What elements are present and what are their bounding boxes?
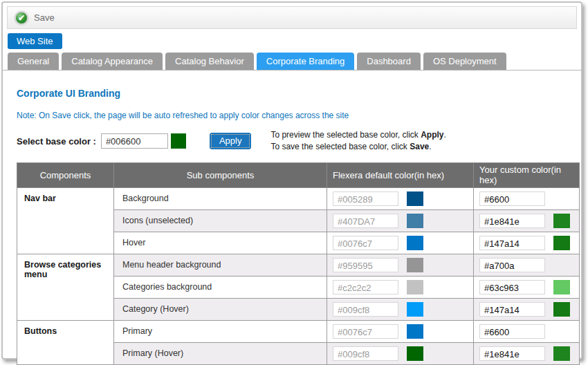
sub-component-cell: Primary (Hover) bbox=[114, 342, 327, 364]
header-components: Components bbox=[17, 162, 114, 187]
custom-color-cell: #63c963 bbox=[474, 276, 580, 298]
base-color-label: Select base color : bbox=[17, 136, 96, 147]
default-color-swatch bbox=[407, 236, 423, 250]
custom-hex-input[interactable]: #63c963 bbox=[479, 280, 545, 294]
default-color-swatch bbox=[407, 280, 423, 294]
header-sub-components: Sub components bbox=[114, 162, 327, 187]
custom-color-cell: #1e841e bbox=[474, 342, 580, 364]
note-text: Note: On Save click, the page will be au… bbox=[17, 111, 571, 120]
custom-hex-input[interactable]: #6600 bbox=[479, 191, 545, 206]
default-hex-input: #009cf8 bbox=[333, 302, 398, 317]
default-color-cell: #c2c2c2 bbox=[327, 276, 474, 298]
instruction-line-1: To preview the selected base color, clic… bbox=[270, 129, 445, 141]
custom-color-cell: #147a14 bbox=[474, 298, 580, 320]
sub-component-cell: Primary bbox=[114, 320, 327, 342]
default-color-cell: #009cf8 bbox=[327, 342, 474, 364]
custom-color-swatch bbox=[553, 346, 570, 361]
app-window: ✔ Save Web Site General Catalog Appearan… bbox=[1, 1, 582, 359]
instruction-line-2: To save the selected base color, click S… bbox=[270, 141, 445, 153]
save-button-label: Save bbox=[34, 12, 55, 23]
custom-color-swatch bbox=[553, 214, 570, 228]
custom-hex-input[interactable]: #6600 bbox=[479, 324, 545, 339]
custom-hex-input[interactable]: #1e841e bbox=[479, 214, 545, 228]
instructions: To preview the selected base color, clic… bbox=[270, 129, 445, 153]
sub-component-cell: Background bbox=[114, 187, 327, 209]
custom-color-cell: #a700a bbox=[474, 254, 580, 276]
base-color-row: Select base color : Apply To preview the… bbox=[17, 129, 571, 153]
default-color-swatch bbox=[407, 302, 423, 317]
sub-component-cell: Icons (unselected) bbox=[114, 209, 327, 232]
tab-dashboard[interactable]: Dashboard bbox=[357, 53, 421, 70]
default-color-cell: #0076c7 bbox=[327, 320, 474, 342]
component-cell: Browse categories menu bbox=[17, 254, 114, 320]
default-color-cell: #005289 bbox=[327, 187, 474, 209]
custom-color-swatch bbox=[553, 236, 570, 250]
custom-color-cell: #6600 bbox=[474, 320, 580, 342]
table-row: ButtonsPrimary#0076c7#6600 bbox=[17, 320, 580, 342]
table-header-row: Components Sub components Flexera defaul… bbox=[17, 162, 580, 187]
base-color-swatch bbox=[171, 133, 186, 149]
default-color-swatch bbox=[407, 258, 423, 272]
custom-hex-input[interactable]: #1e841e bbox=[479, 346, 545, 361]
custom-color-cell: #1e841e bbox=[474, 209, 580, 232]
save-button[interactable]: ✔ Save bbox=[15, 11, 55, 25]
component-cell: Buttons bbox=[17, 320, 114, 364]
tab-catalog-behavior[interactable]: Catalog Behavior bbox=[165, 53, 254, 70]
tab-content: Corporate UI Branding Note: On Save clic… bbox=[3, 71, 581, 365]
toolbar: ✔ Save bbox=[7, 6, 577, 29]
default-hex-input: #009cf8 bbox=[333, 346, 398, 361]
custom-color-swatch bbox=[553, 302, 570, 317]
sub-component-cell: Menu header background bbox=[114, 254, 327, 276]
tab-web-site[interactable]: Web Site bbox=[8, 33, 62, 49]
tab-bar: General Catalog Appearance Catalog Behav… bbox=[3, 53, 581, 71]
table-row: Nav barBackground#005289#6600 bbox=[17, 187, 580, 209]
custom-hex-input[interactable]: #147a14 bbox=[479, 302, 545, 317]
header-default-color: Flexera default color(in hex) bbox=[327, 162, 474, 187]
apply-button[interactable]: Apply bbox=[210, 133, 252, 149]
default-hex-input: #0076c7 bbox=[333, 324, 398, 339]
component-cell: Nav bar bbox=[17, 187, 114, 254]
default-color-cell: #009cf8 bbox=[327, 298, 474, 320]
sub-component-cell: Categories background bbox=[114, 276, 327, 298]
screenshot-stage: ✔ Save Web Site General Catalog Appearan… bbox=[0, 0, 588, 365]
default-hex-input: #0076c7 bbox=[333, 236, 398, 250]
default-hex-input: #959595 bbox=[333, 258, 398, 272]
default-color-swatch bbox=[407, 346, 423, 361]
default-color-swatch bbox=[407, 191, 423, 206]
custom-hex-input[interactable]: #147a14 bbox=[479, 236, 545, 250]
table-row: Browse categories menuMenu header backgr… bbox=[17, 254, 580, 276]
sub-component-cell: Hover bbox=[114, 232, 327, 254]
default-color-cell: #959595 bbox=[327, 254, 474, 276]
default-color-swatch bbox=[407, 214, 423, 228]
default-hex-input: #407DA7 bbox=[333, 214, 398, 228]
default-color-cell: #0076c7 bbox=[327, 232, 474, 254]
tab-general[interactable]: General bbox=[8, 53, 59, 70]
custom-hex-input[interactable]: #a700a bbox=[479, 258, 545, 272]
custom-color-cell: #6600 bbox=[474, 187, 580, 209]
tab-corporate-branding[interactable]: Corporate Branding bbox=[257, 53, 354, 70]
tab-os-deployment[interactable]: OS Deployment bbox=[423, 53, 506, 70]
custom-color-cell: #147a14 bbox=[474, 232, 580, 254]
custom-color-swatch bbox=[553, 280, 570, 294]
branding-table-body: Nav barBackground#005289#6600Icons (unse… bbox=[17, 187, 580, 364]
save-check-icon: ✔ bbox=[15, 11, 28, 25]
sub-component-cell: Category (Hover) bbox=[114, 298, 327, 320]
header-custom-color: Your custom color(in hex) bbox=[474, 162, 580, 187]
default-color-cell: #407DA7 bbox=[327, 209, 474, 232]
tab-catalog-appearance[interactable]: Catalog Appearance bbox=[62, 53, 163, 70]
base-color-input[interactable] bbox=[101, 133, 168, 149]
branding-table: Components Sub components Flexera defaul… bbox=[17, 162, 580, 365]
default-hex-input: #c2c2c2 bbox=[333, 280, 398, 294]
page-title: Corporate UI Branding bbox=[17, 88, 571, 99]
default-hex-input: #005289 bbox=[333, 191, 398, 206]
default-color-swatch bbox=[407, 324, 423, 339]
